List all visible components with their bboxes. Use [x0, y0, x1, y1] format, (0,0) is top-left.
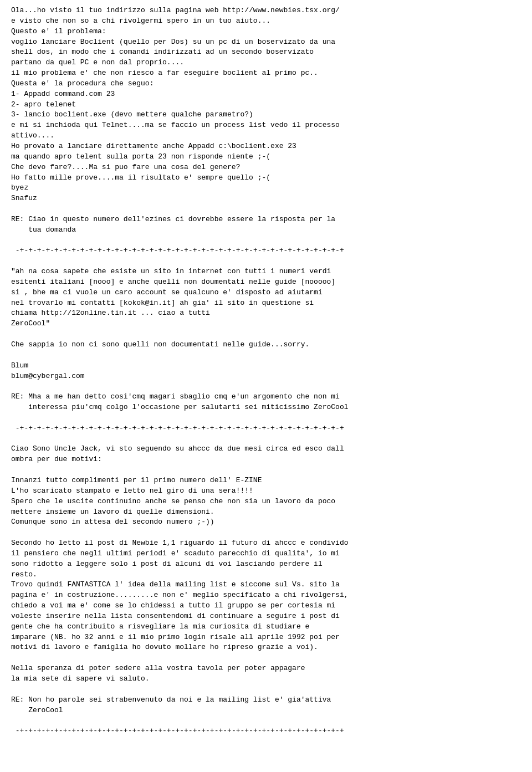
- main-content: Ola...ho visto il tuo indirizzo sulla pa…: [11, 6, 521, 737]
